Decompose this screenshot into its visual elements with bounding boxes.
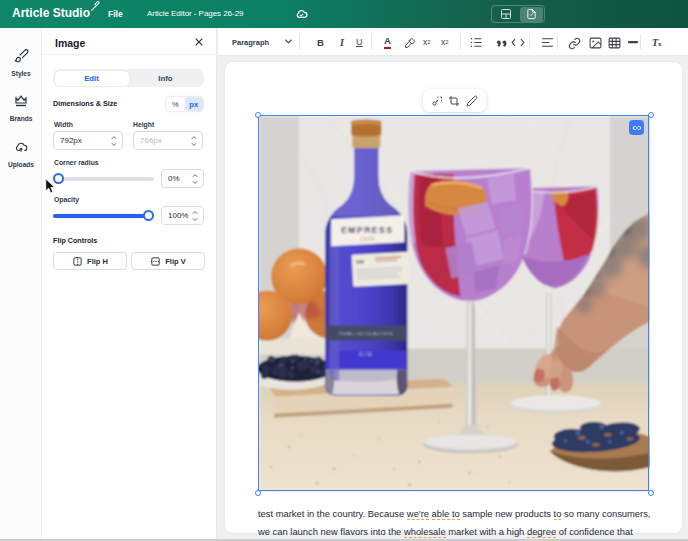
svg-text:750ML | 42.5% ALC/VOL: 750ML | 42.5% ALC/VOL: [339, 331, 394, 336]
svg-text:GIN: GIN: [359, 352, 373, 357]
svg-text:1908: 1908: [360, 236, 375, 242]
svg-text:GIN: GIN: [356, 259, 364, 264]
svg-text:EMPRESS: EMPRESS: [341, 225, 393, 235]
